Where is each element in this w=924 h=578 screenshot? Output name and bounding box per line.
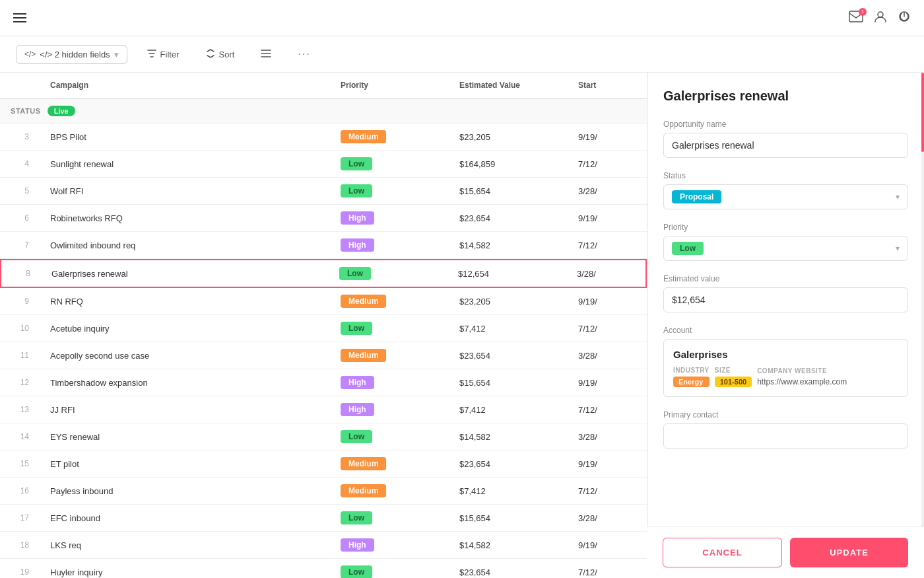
row-priority: Low [330,559,449,578]
row-campaign-name: Huyler inquiry [40,561,330,579]
priority-select[interactable]: Low ▾ [663,236,908,261]
status-group: Status Proposal ▾ [663,171,908,209]
table-row[interactable]: 8 Galerprises renewal Low $12,654 3/28/ [0,259,647,288]
row-estimated-value: $15,654 [449,180,568,203]
priority-badge: High [341,403,374,416]
priority-badge: High [341,538,374,552]
row-start-date: 3/28/ [568,425,647,449]
list-icon-button[interactable] [254,45,278,64]
table-row[interactable]: 5 Wolf RFI Low $15,654 3/28/ [0,178,647,205]
primary-contact-input[interactable] [663,423,908,449]
table-row[interactable]: 6 Robinetworks RFQ High $23,654 9/19/ [0,205,647,232]
table-row[interactable]: 9 RN RFQ Medium $23,205 9/19/ [0,288,647,315]
priority-badge: High [341,211,374,225]
row-priority: Medium [330,124,449,150]
priority-badge: Medium [341,484,386,497]
row-priority: High [330,232,449,258]
table-row[interactable]: 11 Acepolly second use case Medium $23,6… [0,342,647,369]
table-row[interactable]: 19 Huyler inquiry Low $23,654 7/12/ [0,559,647,578]
hamburger-menu[interactable] [13,13,26,22]
estimated-value-group: Estimated value [663,274,908,312]
status-field-label: Status [663,171,908,180]
row-priority: Low [330,505,449,531]
row-start-date: 7/12/ [568,398,647,421]
col-start: Start [568,73,647,98]
row-number: 18 [0,534,40,556]
table-row[interactable]: 7 Owlimited inbound req High $14,582 7/1… [0,232,647,259]
row-priority: High [330,532,449,558]
table-row[interactable]: 13 JJ RFI High $7,412 7/12/ [0,396,647,423]
priority-badge: Medium [341,295,386,308]
row-estimated-value: $23,654 [449,561,568,579]
priority-badge: Low [341,322,372,335]
status-select[interactable]: Proposal ▾ [663,184,908,209]
row-estimated-value: $14,582 [449,234,568,257]
detail-title: Galerprises renewal [663,89,908,104]
row-campaign-name: BPS Pilot [40,126,330,149]
priority-chevron-icon: ▾ [896,244,900,253]
row-number: 9 [0,290,40,312]
status-proposal-badge: Proposal [672,190,721,203]
priority-group: Priority Low ▾ [663,223,908,261]
table-row[interactable]: 4 Sunlight renewal Low $164,859 7/12/ [0,151,647,178]
row-estimated-value: $23,654 [449,452,568,476]
row-estimated-value: $12,654 [447,262,566,285]
row-priority: Low [330,423,449,450]
row-campaign-name: ET pilot [40,452,330,476]
row-campaign-name: Robinetworks RFQ [40,207,330,230]
row-campaign-name: Owlimited inbound req [40,234,330,257]
col-campaign: Campaign [40,73,330,98]
priority-badge: Low [341,511,372,524]
row-estimated-value: $14,582 [449,534,568,557]
table-row[interactable]: 12 Timbershadow expansion High $15,654 9… [0,369,647,396]
row-number: 4 [0,153,40,175]
filter-icon [147,50,156,59]
primary-contact-label: Primary contact [663,410,908,419]
row-estimated-value: $23,654 [449,344,568,367]
live-badge: Live [48,106,75,116]
row-priority: Low [330,151,449,177]
row-priority: High [330,369,449,396]
row-campaign-name: Payless inbound [40,480,330,503]
row-estimated-value: $14,582 [449,425,568,449]
row-start-date: 7/12/ [568,317,647,340]
row-number: 15 [0,452,40,475]
table-row[interactable]: 10 Acetube inquiry Low $7,412 7/12/ [0,315,647,342]
row-estimated-value: $7,412 [449,480,568,503]
row-start-date: 9/19/ [568,452,647,476]
industry-badge: Energy [673,377,710,387]
sort-button[interactable]: Sort [199,45,242,64]
row-number: 19 [0,561,40,578]
table-row[interactable]: 14 EYS renewal Low $14,582 3/28/ [0,423,647,451]
table-row[interactable]: 16 Payless inbound Medium $7,412 7/12/ [0,478,647,505]
estimated-value-input[interactable] [663,287,908,312]
row-campaign-name: Sunlight renewal [40,153,330,176]
mail-icon[interactable]: 1 [849,11,863,26]
power-icon[interactable] [898,10,911,26]
status-group-label: STATUS [11,107,41,115]
list-icon [261,49,271,60]
row-start-date: 3/28/ [568,507,647,530]
hidden-fields-button[interactable]: </> </> 2 hidden fields ▾ [16,45,127,64]
user-icon[interactable] [874,10,887,26]
update-button[interactable]: UPDATE [790,538,908,567]
table-row[interactable]: 15 ET pilot Medium $23,654 9/19/ [0,451,647,478]
primary-contact-group: Primary contact [663,410,908,449]
cancel-button[interactable]: CANCEL [663,538,782,567]
row-campaign-name: Wolf RFI [40,180,330,203]
table-row[interactable]: 18 LKS req High $14,582 9/19/ [0,532,647,559]
row-start-date: 9/19/ [568,534,647,557]
row-priority: Low [330,315,449,342]
filter-button[interactable]: Filter [141,46,186,63]
opportunity-name-input[interactable] [663,133,908,158]
table-row[interactable]: 17 EFC inbound Low $15,654 3/28/ [0,505,647,532]
website-link: https://www.example.com [757,377,847,386]
row-campaign-name: Galerprises renewal [41,262,329,285]
code-icon: </> [24,50,36,59]
row-campaign-name: Acetube inquiry [40,317,330,340]
more-options-button[interactable]: ··· [291,44,317,64]
row-start-date: 7/12/ [568,153,647,176]
table-row[interactable]: 3 BPS Pilot Medium $23,205 9/19/ [0,124,647,151]
row-start-date: 9/19/ [568,290,647,313]
row-start-date: 9/19/ [568,126,647,149]
